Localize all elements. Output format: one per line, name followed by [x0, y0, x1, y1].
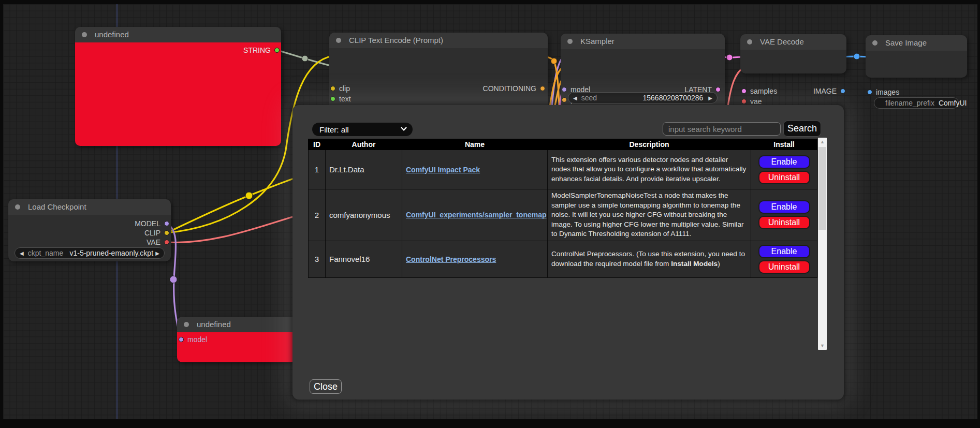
seed-decrement-icon[interactable]: ◀	[573, 95, 577, 101]
cell-install: Enable Uninstall	[751, 189, 817, 241]
seed-label: seed	[581, 94, 597, 102]
table-header-row: ID Author Name Description Install	[309, 139, 817, 150]
cell-name: ComfyUI_experiments/sampler_tonemap	[402, 189, 548, 241]
positive-port-dot[interactable]	[562, 97, 567, 102]
extension-link[interactable]: ComfyUI Impact Pack	[406, 166, 480, 174]
string-port-dot[interactable]	[274, 48, 280, 53]
model-port-dot[interactable]	[164, 221, 169, 226]
header-install: Install	[751, 139, 817, 150]
header-id: ID	[309, 139, 326, 150]
extension-link[interactable]: ControlNet Preprocessors	[406, 255, 496, 263]
vae-port-dot[interactable]	[164, 240, 169, 245]
cell-id: 2	[309, 189, 326, 241]
cell-author: comfyanonymous	[326, 189, 402, 241]
model-port-dot[interactable]	[179, 337, 184, 342]
node-title: KSampler	[580, 37, 615, 46]
model-port-dot[interactable]	[562, 87, 567, 92]
window-frame-top	[0, 0, 980, 4]
close-button[interactable]: Close	[310, 379, 342, 394]
window-frame-left	[0, 0, 3, 428]
input-vae[interactable]: vae	[741, 97, 762, 106]
cell-name: ComfyUI Impact Pack	[402, 150, 548, 189]
scroll-down-icon[interactable]: ▼	[818, 342, 827, 350]
enable-button[interactable]: Enable	[758, 200, 810, 214]
image-port-dot[interactable]	[840, 88, 845, 94]
filter-select[interactable]: Filter: all	[312, 123, 413, 136]
ckpt-name-value: v1-5-pruned-emaonly.ckpt	[67, 249, 155, 257]
clip-port-dot[interactable]	[164, 230, 169, 235]
extension-link[interactable]: ComfyUI_experiments/sampler_tonemap	[406, 211, 547, 219]
node-save-image[interactable]: Save Image images filename_prefix ComfyU…	[866, 35, 967, 78]
input-model[interactable]: model	[179, 335, 207, 344]
node-collapse-dot[interactable]	[747, 39, 752, 45]
output-model[interactable]: MODEL	[135, 219, 169, 228]
node-collapse-dot[interactable]	[567, 39, 573, 44]
vae-port-dot[interactable]	[741, 99, 747, 104]
enable-button[interactable]: Enable	[758, 155, 810, 169]
extension-table: ID Author Name Description Install 1 Dr.…	[308, 139, 817, 278]
ckpt-increment-icon[interactable]: ▶	[155, 250, 159, 256]
table-row: 1 Dr.Lt.Data ComfyUI Impact Pack This ex…	[309, 150, 817, 189]
conditioning-port-dot[interactable]	[540, 86, 545, 91]
filename-prefix-widget[interactable]: filename_prefix ComfyUI	[874, 97, 959, 109]
enable-button[interactable]: Enable	[758, 245, 810, 258]
input-images[interactable]: images	[867, 88, 899, 96]
seed-increment-icon[interactable]: ▶	[708, 95, 712, 101]
scrollbar-thumb[interactable]	[818, 147, 826, 230]
node-undefined-bottom[interactable]: undefined model	[177, 317, 301, 362]
node-collapse-dot[interactable]	[184, 322, 189, 327]
ckpt-decrement-icon[interactable]: ◀	[20, 250, 24, 256]
node-collapse-dot[interactable]	[82, 32, 87, 37]
table-scrollbar[interactable]: ▲ ▼	[818, 138, 827, 350]
header-description: Description	[548, 139, 751, 150]
node-collapse-dot[interactable]	[872, 40, 877, 46]
ckpt-name-widget[interactable]: ◀ ckpt_name v1-5-pruned-emaonly.ckpt ▶	[14, 247, 165, 259]
node-undefined-top[interactable]: undefined STRING	[75, 27, 281, 146]
cell-install: Enable Uninstall	[751, 241, 817, 277]
cell-description: This extension offers various detector n…	[548, 150, 751, 189]
output-vae[interactable]: VAE	[147, 238, 169, 246]
output-string[interactable]: STRING	[243, 46, 280, 54]
cell-id: 1	[309, 150, 326, 189]
input-clip[interactable]: clip	[330, 84, 350, 93]
uninstall-button[interactable]: Uninstall	[758, 171, 810, 184]
text-port-dot[interactable]	[330, 96, 335, 101]
search-input[interactable]	[663, 122, 781, 136]
input-samples[interactable]: samples	[741, 87, 777, 95]
scroll-up-icon[interactable]: ▲	[818, 138, 827, 146]
latent-port-dot[interactable]	[715, 87, 721, 92]
node-title: VAE Decode	[760, 37, 804, 46]
table-row: 2 comfyanonymous ComfyUI_experiments/sam…	[309, 189, 817, 241]
output-conditioning[interactable]: CONDITIONING	[483, 84, 545, 93]
search-button[interactable]: Search	[783, 121, 821, 137]
output-image[interactable]: IMAGE	[813, 87, 845, 95]
uninstall-button[interactable]: Uninstall	[758, 260, 810, 274]
cell-author: Dr.Lt.Data	[326, 150, 402, 189]
images-port-dot[interactable]	[867, 90, 872, 95]
input-text[interactable]: text	[330, 95, 351, 103]
cell-id: 3	[309, 241, 326, 277]
node-title: CLIP Text Encode (Prompt)	[349, 36, 443, 45]
output-clip[interactable]: CLIP	[144, 229, 169, 237]
cell-install: Enable Uninstall	[751, 150, 817, 189]
node-collapse-dot[interactable]	[336, 38, 341, 43]
node-clip-text-encode[interactable]: CLIP Text Encode (Prompt) clip text COND…	[329, 33, 548, 105]
samples-port-dot[interactable]	[741, 88, 747, 94]
seed-widget[interactable]: ◀ seed 156680208700286 ▶	[568, 92, 718, 104]
node-title: undefined	[197, 320, 231, 329]
node-title: Save Image	[885, 38, 927, 47]
node-load-checkpoint[interactable]: Load Checkpoint MODEL CLIP VAE ◀ ckpt_na…	[8, 199, 171, 261]
clip-port-dot[interactable]	[330, 86, 335, 91]
uninstall-button[interactable]: Uninstall	[758, 216, 810, 229]
node-title: Load Checkpoint	[28, 202, 86, 211]
node-collapse-dot[interactable]	[15, 204, 20, 210]
cell-description: ControlNet Preprocessors. (To use this e…	[548, 241, 751, 277]
window-frame-right	[977, 0, 980, 428]
seed-value: 156680208700286	[601, 94, 703, 102]
cell-author: Fannovel16	[326, 241, 402, 277]
comfyui-window: undefined STRING CLIP Text Encode (Promp…	[0, 0, 980, 428]
node-ksampler[interactable]: KSampler model positive negative latent_…	[561, 34, 725, 105]
node-title: undefined	[95, 30, 129, 39]
ckpt-name-label: ckpt_name	[28, 249, 63, 257]
node-vae-decode[interactable]: VAE Decode samples vae IMAGE	[740, 34, 846, 73]
